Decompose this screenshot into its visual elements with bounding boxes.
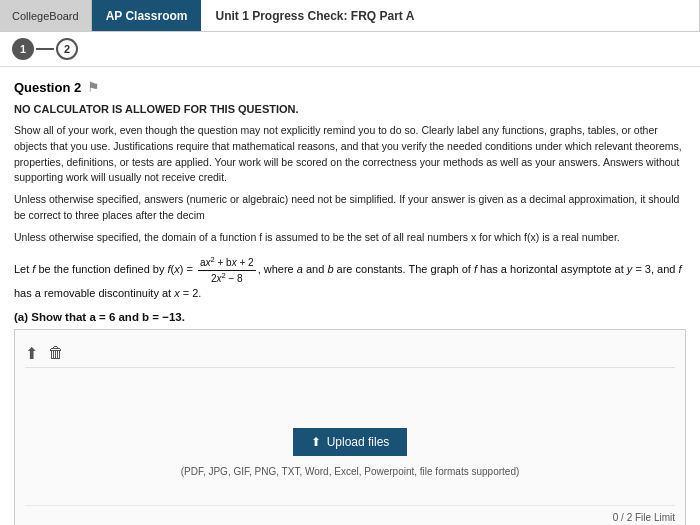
instructions-2: Unless otherwise specified, answers (num… [14, 192, 686, 224]
part-a-label: (a) Show that a = 6 and b = −13. [14, 311, 686, 323]
step-indicator: 1 2 [0, 32, 700, 67]
upload-toolbar: ⬆ 🗑 [25, 340, 675, 368]
upload-button-label: Upload files [327, 435, 390, 449]
file-limit: 0 / 2 File Limit [25, 505, 675, 523]
top-bar: CollegeBoard AP Classroom Unit 1 Progres… [0, 0, 700, 32]
collegeboard-label: CollegeBoard [12, 10, 79, 22]
tab-ap-classroom[interactable]: AP Classroom [92, 0, 202, 31]
step-1[interactable]: 1 [12, 38, 34, 60]
question-header: Question 2 ⚑ [14, 79, 686, 95]
question-title: Question 2 [14, 80, 81, 95]
upload-toolbar-icon[interactable]: ⬆ [25, 344, 38, 363]
upload-arrow-icon: ⬆ [311, 435, 321, 449]
instructions-3: Unless otherwise specified, the domain o… [14, 230, 686, 246]
upload-area: ⬆ Upload files (PDF, JPG, GIF, PNG, TXT,… [25, 408, 675, 497]
step-line [36, 48, 54, 50]
tab-collegeboard[interactable]: CollegeBoard [0, 0, 92, 31]
instructions-1: Show all of your work, even though the q… [14, 123, 686, 186]
ap-classroom-label: AP Classroom [106, 9, 188, 23]
step-2[interactable]: 2 [56, 38, 78, 60]
upload-files-button[interactable]: ⬆ Upload files [293, 428, 408, 456]
no-calculator-notice: NO CALCULATOR IS ALLOWED FOR THIS QUESTI… [14, 103, 686, 115]
upload-hint: (PDF, JPG, GIF, PNG, TXT, Word, Excel, P… [181, 466, 520, 477]
main-content: Question 2 ⚑ NO CALCULATOR IS ALLOWED FO… [0, 67, 700, 525]
delete-toolbar-icon[interactable]: 🗑 [48, 344, 64, 362]
math-problem: Let f be the function defined by f(x) = … [14, 255, 686, 302]
flag-icon[interactable]: ⚑ [87, 79, 100, 95]
tab-title-text: Unit 1 Progress Check: FRQ Part A [215, 9, 414, 23]
upload-box: ⬆ 🗑 ⬆ Upload files (PDF, JPG, GIF, PNG, … [14, 329, 686, 526]
tab-title: Unit 1 Progress Check: FRQ Part A [201, 0, 700, 31]
